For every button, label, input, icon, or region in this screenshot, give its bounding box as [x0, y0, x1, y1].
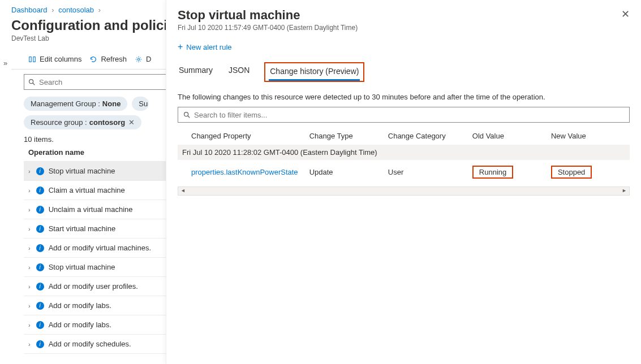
edit-columns-label: Edit columns — [40, 55, 81, 63]
list-item[interactable]: ›iAdd or modify labs. — [24, 315, 166, 335]
more-label: D — [146, 55, 151, 63]
operations-list: ›iStop virtual machine ›iClaim a virtual… — [24, 161, 166, 354]
plus-icon: + — [178, 42, 183, 52]
refresh-button[interactable]: Refresh — [89, 55, 127, 63]
search-input[interactable] — [39, 78, 166, 86]
panel-timestamp: Fri Jul 10 2020 11:57:49 GMT-0400 (Easte… — [178, 24, 358, 32]
svg-point-2 — [137, 58, 140, 60]
info-icon: i — [36, 206, 44, 214]
chevron-right-icon: › — [28, 168, 31, 175]
description-text: The following changes to this resource w… — [178, 93, 630, 101]
svg-point-3 — [29, 80, 33, 84]
info-icon: i — [36, 302, 44, 310]
refresh-label: Refresh — [101, 55, 127, 63]
page-title: Configuration and policies — [11, 18, 166, 33]
tab-json[interactable]: JSON — [227, 62, 251, 82]
list-item[interactable]: ›iAdd or modify virtual machines. — [24, 239, 166, 258]
cell-property[interactable]: properties.lastKnownPowerState — [191, 168, 309, 176]
detail-panel: Stop virtual machine Fri Jul 10 2020 11:… — [166, 0, 641, 364]
info-icon: i — [36, 167, 44, 175]
expand-icon[interactable]: » — [3, 59, 7, 67]
filter-pills: Management Group : None Su Resource grou… — [24, 97, 166, 129]
svg-rect-0 — [29, 57, 32, 62]
list-item[interactable]: ›iUnclaim a virtual machine — [24, 200, 166, 219]
info-icon: i — [36, 187, 44, 194]
columns-icon — [28, 55, 36, 63]
chevron-right-icon: › — [98, 6, 101, 14]
list-item[interactable]: ›iClaim a virtual machine — [24, 181, 166, 200]
list-item[interactable]: ›iAdd or modify schedules. — [24, 335, 166, 354]
new-alert-button[interactable]: + New alert rule — [178, 42, 232, 52]
list-item[interactable]: ›iStart virtual machine — [24, 219, 166, 239]
edit-columns-button[interactable]: Edit columns — [28, 55, 81, 63]
chevron-right-icon: › — [28, 283, 31, 290]
tab-change-history[interactable]: Change history (Preview) — [269, 63, 360, 81]
pill-resource-group[interactable]: Resource group : contosorg✕ — [24, 115, 141, 129]
panel-title: Stop virtual machine — [178, 8, 358, 23]
chevron-right-icon: › — [28, 341, 31, 348]
info-icon: i — [36, 340, 44, 348]
gear-icon — [135, 55, 143, 63]
col-changed-property[interactable]: Changed Property — [191, 132, 309, 140]
chevron-right-icon: › — [28, 264, 31, 271]
search-box[interactable] — [24, 74, 166, 90]
col-new-value[interactable]: New Value — [551, 132, 630, 140]
svg-rect-1 — [33, 57, 36, 62]
chevron-right-icon: › — [28, 302, 31, 309]
list-item[interactable]: ›iStop virtual machine — [24, 258, 166, 277]
svg-line-4 — [33, 83, 35, 85]
grid-header: Changed Property Change Type Change Cate… — [178, 127, 630, 145]
refresh-icon — [89, 55, 97, 63]
pill-mgmt-group[interactable]: Management Group : None — [24, 97, 127, 111]
col-change-category[interactable]: Change Category — [388, 132, 472, 140]
info-icon: i — [36, 244, 44, 252]
svg-line-6 — [188, 116, 190, 118]
tabs: Summary JSON Change history (Preview) — [178, 62, 630, 83]
toolbar: Edit columns Refresh D — [11, 53, 166, 70]
highlight-box: Change history (Preview) — [264, 62, 364, 82]
info-icon: i — [36, 263, 44, 271]
pill-subscription[interactable]: Su — [132, 97, 149, 111]
search-icon — [183, 111, 191, 119]
close-icon[interactable]: ✕ — [128, 118, 135, 127]
more-button[interactable]: D — [135, 55, 151, 63]
cell-old-value: Running — [472, 166, 551, 179]
highlight-box: Stopped — [551, 166, 592, 179]
chevron-right-icon: › — [28, 187, 31, 194]
table-row[interactable]: properties.lastKnownPowerState Update Us… — [178, 160, 630, 184]
list-item[interactable]: ›iAdd or modify user profiles. — [24, 277, 166, 296]
breadcrumb-lab[interactable]: contosolab — [58, 6, 94, 14]
svg-point-5 — [184, 112, 188, 116]
items-count: 10 items. — [24, 135, 166, 144]
chevron-right-icon: › — [28, 322, 31, 328]
highlight-box: Running — [472, 166, 513, 179]
list-header: Operation name — [28, 148, 166, 157]
chevron-right-icon: › — [28, 226, 31, 232]
info-icon: i — [36, 225, 44, 233]
cell-change-category: User — [388, 168, 472, 176]
horizontal-scrollbar[interactable] — [178, 187, 630, 196]
chevron-right-icon: › — [28, 245, 31, 252]
cell-new-value: Stopped — [551, 166, 630, 179]
new-alert-label: New alert rule — [186, 43, 231, 51]
breadcrumb-dashboard[interactable]: Dashboard — [11, 6, 48, 14]
close-icon[interactable]: ✕ — [621, 8, 630, 20]
chevron-right-icon: › — [51, 6, 54, 14]
info-icon: i — [36, 283, 44, 291]
filter-input[interactable] — [194, 111, 625, 119]
cell-change-type: Update — [309, 168, 388, 176]
group-row[interactable]: Fri Jul 10 2020 11:28:02 GMT-0400 (Easte… — [178, 145, 630, 160]
breadcrumb: Dashboard › contosolab › — [11, 6, 166, 14]
info-icon: i — [36, 321, 44, 329]
chevron-right-icon: › — [28, 206, 31, 213]
list-item[interactable]: ›iStop virtual machine — [24, 162, 166, 181]
col-change-type[interactable]: Change Type — [309, 132, 388, 140]
filter-box[interactable] — [178, 107, 630, 123]
tab-summary[interactable]: Summary — [178, 62, 214, 82]
col-old-value[interactable]: Old Value — [472, 132, 551, 140]
list-item[interactable]: ›iAdd or modify labs. — [24, 296, 166, 315]
page-subtitle: DevTest Lab — [11, 34, 166, 42]
search-icon — [28, 78, 36, 86]
